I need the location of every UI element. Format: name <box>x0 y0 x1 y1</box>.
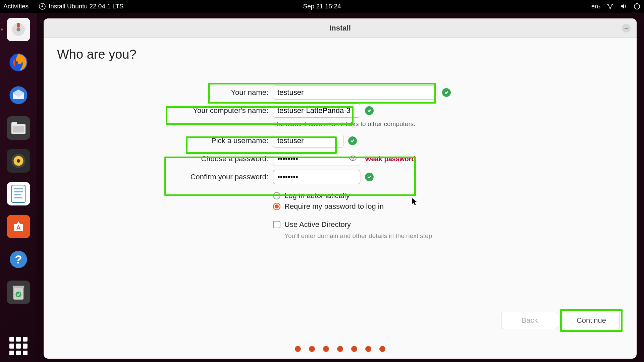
use-active-directory-option[interactable]: Use Active Directory <box>273 220 351 229</box>
confirm-password-valid-icon <box>365 173 374 181</box>
your-name-label: Your name: <box>164 88 268 97</box>
page-heading: Who are you? <box>57 47 623 62</box>
your-name-valid-icon <box>442 88 451 97</box>
page-progress-dots <box>57 346 623 352</box>
dock-libreoffice-writer-icon[interactable] <box>7 182 30 205</box>
dock-trash-icon[interactable] <box>7 281 30 304</box>
heading-divider <box>44 72 637 72</box>
window-titlebar: Install <box>44 18 637 38</box>
svg-point-28 <box>15 292 21 297</box>
dock-firefox-icon[interactable] <box>7 51 30 74</box>
password-input[interactable] <box>273 152 360 166</box>
login-automatically-label: Log in automatically <box>284 191 350 200</box>
dock-rhythmbox-icon[interactable] <box>7 149 30 173</box>
dock-installer-icon[interactable] <box>7 18 30 41</box>
svg-text:A: A <box>16 224 21 231</box>
continue-button[interactable]: Continue <box>563 312 620 329</box>
window-title: Install <box>329 24 351 33</box>
gnome-dock: A ? <box>0 13 37 362</box>
computer-name-hint: The name it uses when it talks to other … <box>273 120 416 128</box>
svg-point-16 <box>17 159 20 163</box>
svg-point-29 <box>352 157 354 159</box>
svg-rect-27 <box>13 286 24 288</box>
login-automatically-option[interactable]: Log in automatically <box>273 191 350 200</box>
dock-software-icon[interactable]: A <box>7 215 30 238</box>
dock-show-applications[interactable] <box>9 337 28 355</box>
use-active-directory-label: Use Active Directory <box>284 220 351 229</box>
svg-rect-8 <box>17 23 20 27</box>
current-app-indicator[interactable]: Install Ubuntu 22.04.1 LTS <box>39 3 124 10</box>
password-label: Choose a password: <box>164 155 268 163</box>
back-button[interactable]: Back <box>501 312 558 329</box>
installer-window: Install Who are you? Your name: Your com… <box>44 18 637 359</box>
volume-icon[interactable] <box>620 3 627 10</box>
require-password-option[interactable]: Require my password to log in <box>273 202 384 211</box>
password-strength-label: Weak password <box>365 155 416 163</box>
dock-help-icon[interactable]: ? <box>7 248 30 271</box>
svg-rect-13 <box>13 126 24 132</box>
window-minimize-button[interactable] <box>622 24 631 33</box>
input-language-indicator[interactable]: en₃ <box>591 3 600 10</box>
svg-point-7 <box>16 27 20 32</box>
computer-name-valid-icon <box>365 106 374 115</box>
password-reveal-icon[interactable] <box>349 154 357 164</box>
username-label: Pick a username: <box>164 136 268 145</box>
checkbox-unchecked-icon <box>273 221 280 228</box>
username-valid-icon <box>348 136 357 145</box>
download-icon <box>39 3 46 10</box>
network-icon[interactable] <box>606 3 614 10</box>
radio-unselected-icon <box>273 192 280 199</box>
computer-name-label: Your computer's name: <box>164 106 268 115</box>
require-password-label: Require my password to log in <box>284 202 384 211</box>
confirm-password-label: Confirm your password: <box>164 173 268 181</box>
dock-files-icon[interactable] <box>7 116 30 140</box>
your-name-input[interactable] <box>273 85 437 100</box>
power-icon[interactable] <box>633 3 641 10</box>
svg-rect-12 <box>11 122 17 126</box>
confirm-password-input[interactable] <box>273 170 360 184</box>
gnome-topbar: Activities Install Ubuntu 22.04.1 LTS Se… <box>0 0 644 13</box>
radio-selected-icon <box>273 203 280 210</box>
current-app-title: Install Ubuntu 22.04.1 LTS <box>49 3 124 10</box>
active-directory-hint: You'll enter domain and other details in… <box>284 232 434 240</box>
svg-text:?: ? <box>15 253 22 266</box>
username-input[interactable] <box>273 134 343 148</box>
clock[interactable]: Sep 21 15:24 <box>303 3 341 10</box>
svg-rect-17 <box>12 185 25 202</box>
computer-name-input[interactable] <box>273 104 360 118</box>
activities-button[interactable]: Activities <box>3 3 29 10</box>
dock-thunderbird-icon[interactable] <box>7 83 30 107</box>
